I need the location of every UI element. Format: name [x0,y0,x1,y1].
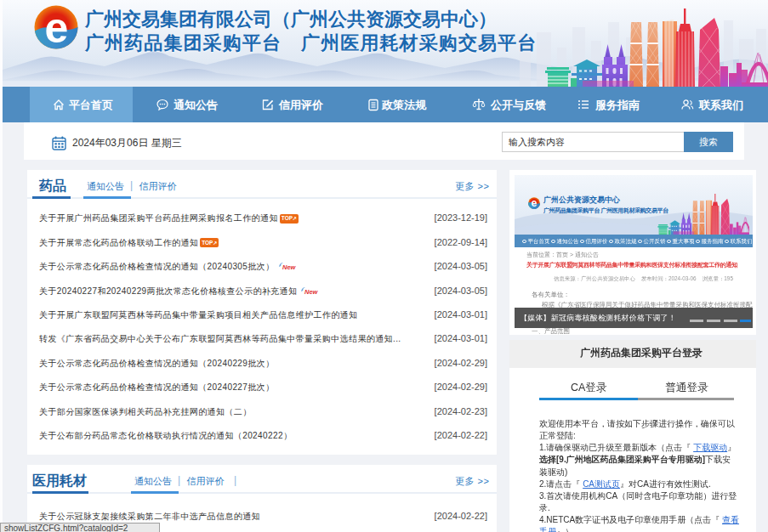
svg-text:New: New [282,263,296,271]
svg-text:New: New [304,287,318,295]
svg-text:e: e [532,197,538,209]
svg-text:e: e [45,5,69,49]
